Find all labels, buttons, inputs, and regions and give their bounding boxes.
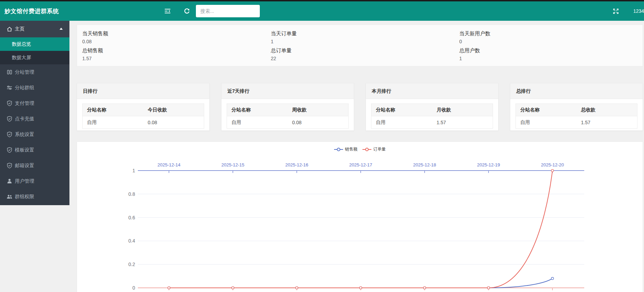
table-row: 自用0.08 xyxy=(227,116,349,129)
table-row: 自用0.08 xyxy=(83,116,204,129)
shield-check-icon xyxy=(7,100,12,106)
table-cell: 0.08 xyxy=(288,116,349,129)
stats-column: 当天销售额0.08总销售额1.57 xyxy=(77,25,266,66)
sidebar-item-label: 分站群组 xyxy=(15,85,63,91)
sidebar-item[interactable]: 模板设置 xyxy=(0,142,69,158)
menu-fold-icon[interactable] xyxy=(162,1,173,21)
app-header: 妙文馆付费进群系统 12345 xyxy=(0,1,644,21)
ranking-card-title: 日排行 xyxy=(77,83,209,99)
ranking-card: 近7天排行分站名称周收款自用0.08 xyxy=(221,83,354,131)
svg-text:2025-12-18: 2025-12-18 xyxy=(413,162,436,167)
sidebar-item[interactable]: 分站群组 xyxy=(0,80,69,95)
sidebar-item-label: 主页 xyxy=(15,26,59,32)
sidebar-item[interactable]: 主页 xyxy=(0,21,69,37)
sidebar-nav: 主页数据总览数据大屏分站管理分站群组支付管理点卡充值系统设置模板设置邮箱设置用户… xyxy=(0,21,69,204)
ranking-card-title: 总排行 xyxy=(510,83,643,99)
stat-label: 总用户数 xyxy=(459,47,643,54)
sidebar-item-label: 分站管理 xyxy=(15,69,63,75)
ranking-card-title: 近7天排行 xyxy=(221,83,354,99)
table-column-header: 分站名称 xyxy=(227,104,288,116)
sidebar-item[interactable]: 分站管理 xyxy=(0,64,69,80)
table-column-header: 分站名称 xyxy=(371,104,432,116)
columns-icon xyxy=(7,69,12,75)
sidebar-subitem[interactable]: 数据大屏 xyxy=(0,51,69,64)
table-header-row: 分站名称周收款 xyxy=(227,104,349,116)
ranking-card: 总排行分站名称总收款自用1.57 xyxy=(510,83,643,131)
user-icon xyxy=(7,178,12,184)
sidebar-item-label: 用户管理 xyxy=(15,178,63,184)
table-cell: 自用 xyxy=(227,116,288,129)
caret-up-icon xyxy=(59,26,63,32)
stat-label: 当天订单量 xyxy=(271,30,454,37)
sliders-icon xyxy=(7,85,12,91)
table-row: 自用1.57 xyxy=(371,116,493,129)
ranking-card: 日排行分站名称今日收款自用0.08 xyxy=(77,83,210,131)
stat-value: 22 xyxy=(271,56,454,61)
stat-label: 总销售额 xyxy=(82,47,266,54)
sidebar: 主页数据总览数据大屏分站管理分站群组支付管理点卡充值系统设置模板设置邮箱设置用户… xyxy=(0,21,69,205)
sidebar-item-label: 群组权限 xyxy=(15,194,63,200)
sidebar-item-label: 支付管理 xyxy=(15,100,63,107)
table-column-header: 总收款 xyxy=(577,104,637,116)
ranking-card-body: 分站名称今日收款自用0.08 xyxy=(77,99,209,133)
ranking-table: 分站名称周收款自用0.08 xyxy=(227,103,349,129)
shield-check-icon xyxy=(7,147,12,153)
search-input[interactable] xyxy=(196,5,260,17)
svg-text:1: 1 xyxy=(132,168,135,173)
sidebar-item[interactable]: 邮箱设置 xyxy=(0,158,69,173)
current-username[interactable]: 12345 xyxy=(633,1,644,21)
stat-label: 当天新用户数 xyxy=(459,30,643,37)
svg-text:2025-12-14: 2025-12-14 xyxy=(158,162,181,167)
svg-text:2025-12-16: 2025-12-16 xyxy=(285,162,309,167)
sidebar-item-label: 系统设置 xyxy=(15,131,63,138)
shield-check-icon xyxy=(7,163,12,168)
table-column-header: 分站名称 xyxy=(516,104,577,116)
users-icon xyxy=(7,194,12,200)
ranking-card-body: 分站名称总收款自用1.57 xyxy=(510,99,643,133)
svg-text:2025-12-20: 2025-12-20 xyxy=(541,162,564,167)
sidebar-item[interactable]: 支付管理 xyxy=(0,95,69,111)
sidebar-item-label: 邮箱设置 xyxy=(15,163,63,169)
refresh-icon[interactable] xyxy=(181,1,193,21)
sidebar-item[interactable]: 群组权限 xyxy=(0,189,69,204)
table-header-row: 分站名称总收款 xyxy=(516,104,637,116)
stat-value: 1 xyxy=(271,39,454,44)
svg-text:0.2: 0.2 xyxy=(129,262,135,267)
ranking-cards: 日排行分站名称今日收款自用0.08近7天排行分站名称周收款自用0.08本月排行分… xyxy=(77,83,643,131)
sidebar-item[interactable]: 用户管理 xyxy=(0,173,69,189)
sidebar-item-label: 点卡充值 xyxy=(15,116,63,122)
table-column-header: 今日收款 xyxy=(143,104,204,116)
table-cell: 自用 xyxy=(371,116,432,129)
table-column-header: 周收款 xyxy=(288,104,349,116)
table-row: 自用1.57 xyxy=(516,116,637,129)
sidebar-submenu: 数据总览数据大屏 xyxy=(0,37,69,64)
svg-text:0.8: 0.8 xyxy=(129,191,135,197)
table-cell: 0.08 xyxy=(143,116,204,129)
line-chart: 00.20.40.60.812025-12-142025-12-152025-1… xyxy=(77,142,643,292)
table-cell: 自用 xyxy=(516,116,577,129)
table-header-row: 分站名称月收款 xyxy=(371,104,493,116)
app-title: 妙文馆付费进群系统 xyxy=(0,7,59,15)
ranking-table: 分站名称月收款自用1.57 xyxy=(371,103,493,129)
svg-text:0: 0 xyxy=(132,285,135,291)
table-cell: 自用 xyxy=(83,116,143,129)
stat-label: 当天销售额 xyxy=(82,30,266,37)
svg-text:2025-12-19: 2025-12-19 xyxy=(477,162,500,167)
sidebar-item[interactable]: 点卡充值 xyxy=(0,111,69,127)
stats-column: 当天订单量1总订单量22 xyxy=(266,25,454,66)
fullscreen-icon[interactable] xyxy=(610,1,622,21)
table-cell: 1.57 xyxy=(432,116,493,129)
table-column-header: 分站名称 xyxy=(83,104,143,116)
stat-value: 1 xyxy=(459,56,643,61)
sidebar-item[interactable]: 系统设置 xyxy=(0,127,69,142)
table-cell: 1.57 xyxy=(577,116,637,129)
svg-text:2025-12-15: 2025-12-15 xyxy=(221,162,245,167)
ranking-table: 分站名称今日收款自用0.08 xyxy=(82,103,204,129)
ranking-card-title: 本月排行 xyxy=(366,83,498,99)
ranking-card-body: 分站名称周收款自用0.08 xyxy=(221,99,354,133)
sidebar-subitem[interactable]: 数据总览 xyxy=(0,37,69,51)
stats-panel: 当天销售额0.08总销售额1.57当天订单量1总订单量22当天新用户数0总用户数… xyxy=(77,25,643,66)
svg-text:2025-12-17: 2025-12-17 xyxy=(349,162,372,167)
stat-label: 总订单量 xyxy=(271,47,454,54)
stats-column: 当天新用户数0总用户数1 xyxy=(454,25,643,66)
